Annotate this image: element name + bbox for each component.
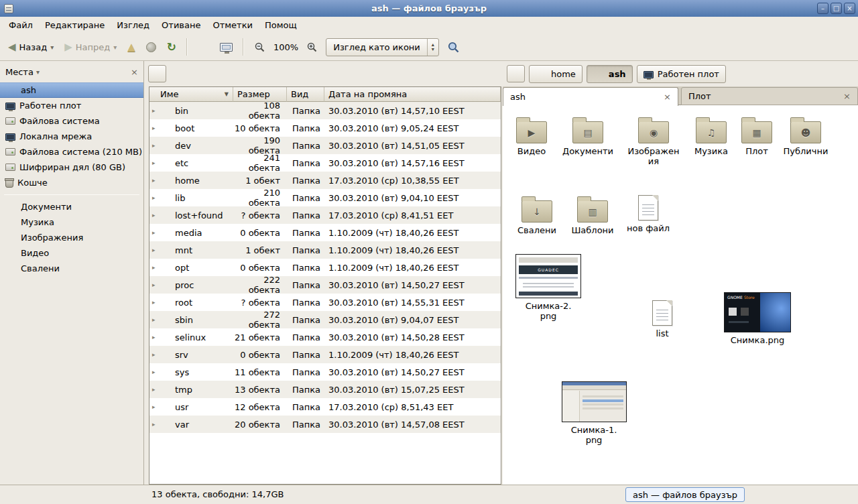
tab-ash[interactable]: ash ×: [503, 87, 678, 106]
expander-icon[interactable]: ▸: [152, 229, 158, 236]
sidebar-item-desktop[interactable]: Работен плот: [0, 98, 143, 113]
table-row-root[interactable]: ▸root ? обекта Папка 30.03.2010 (вт) 14,…: [149, 294, 501, 311]
table-row-media[interactable]: ▸media 0 обекта Папка 1.10.2009 (чт) 18,…: [149, 224, 501, 241]
expander-icon[interactable]: ▸: [152, 194, 158, 201]
sidebar-item-video[interactable]: Видео: [0, 245, 143, 261]
menu-bookmarks[interactable]: Отметки: [206, 17, 258, 34]
tab-plot[interactable]: Плот ×: [681, 87, 858, 105]
icon-downloads-folder[interactable]: ↓ Свалени: [509, 194, 565, 235]
column-header-type[interactable]: Вид: [287, 87, 324, 102]
table-row-bin[interactable]: ▸bin 108 обекта Папка 30.03.2010 (вт) 14…: [149, 102, 501, 119]
table-row-etc[interactable]: ▸etc 241 обекта Папка 30.03.2010 (вт) 14…: [149, 154, 501, 172]
menu-edit[interactable]: Редактиране: [39, 17, 111, 34]
expander-icon[interactable]: ▸: [152, 421, 158, 428]
expander-icon[interactable]: ▸: [152, 316, 158, 323]
table-row-usr[interactable]: ▸usr 12 обекта Папка 17.03.2010 (ср) 8,5…: [149, 398, 501, 416]
stop-button[interactable]: [143, 40, 159, 54]
zoom-out-button[interactable]: [251, 40, 268, 55]
icon-snimka-png[interactable]: GNOME Store Снимка.png: [720, 292, 795, 345]
sidebar-item-documents[interactable]: Документи: [0, 199, 143, 214]
expander-icon[interactable]: ▸: [152, 142, 158, 149]
expander-icon[interactable]: ▸: [152, 334, 158, 340]
sidebar-item-downloads[interactable]: Свалени: [0, 261, 143, 276]
menu-view[interactable]: Изглед: [111, 17, 156, 34]
expander-icon[interactable]: ▸: [152, 403, 158, 410]
icon-public-folder[interactable]: ☻ Публични: [778, 115, 834, 156]
menu-file[interactable]: Файл: [3, 17, 39, 34]
view-mode-select[interactable]: Изглед като икони ▴ ▾: [326, 38, 439, 56]
menu-go[interactable]: Отиване: [156, 17, 206, 34]
table-row-proc[interactable]: ▸proc 222 обекта Папка 30.03.2010 (вт) 1…: [149, 276, 501, 294]
sidebar-item-trash[interactable]: Кошче: [0, 175, 143, 190]
breadcrumb-ash[interactable]: ash: [587, 65, 633, 83]
taskbar-window-button[interactable]: ash — файлов браузър: [625, 487, 745, 502]
expander-icon[interactable]: ▸: [152, 351, 158, 358]
computer-button[interactable]: [217, 41, 235, 54]
expander-icon[interactable]: ▸: [152, 212, 158, 218]
column-header-size[interactable]: Размер: [233, 87, 287, 102]
search-button[interactable]: [444, 39, 463, 56]
expander-icon[interactable]: ▸: [152, 247, 158, 253]
sidebar-item-ash[interactable]: ash: [0, 82, 143, 98]
expander-icon[interactable]: ▸: [152, 264, 158, 271]
expander-icon[interactable]: ▸: [152, 299, 158, 306]
table-row-tmp[interactable]: ▸tmp 13 обекта Папка 30.03.2010 (вт) 15,…: [149, 381, 501, 398]
expander-icon[interactable]: ▸: [152, 386, 158, 393]
close-button[interactable]: ×: [844, 3, 855, 14]
tab-close-icon[interactable]: ×: [843, 91, 851, 101]
icon-templates-folder[interactable]: ▥ Шаблони: [564, 194, 621, 235]
sidebar-item-filesystem[interactable]: Файлова система: [0, 113, 143, 129]
zoom-in-button[interactable]: [304, 40, 320, 55]
table-row-srv[interactable]: ▸srv 0 обекта Папка 1.10.2009 (чт) 18,40…: [149, 346, 501, 363]
table-row-dev[interactable]: ▸dev 190 обекта Папка 30.03.2010 (вт) 14…: [149, 137, 501, 154]
back-button[interactable]: ◀ Назад ▾: [5, 39, 56, 55]
table-row-sbin[interactable]: ▸sbin 272 обекта Папка 30.03.2010 (вт) 9…: [149, 311, 501, 328]
sidebar-item-network[interactable]: Локална мрежа: [0, 129, 143, 144]
table-row-opt[interactable]: ▸opt 0 обекта Папка 1.10.2009 (чт) 18,40…: [149, 259, 501, 276]
table-row-lib[interactable]: ▸lib 210 обекта Папка 30.03.2010 (вт) 9,…: [149, 189, 501, 206]
reload-button[interactable]: ↻: [164, 38, 179, 56]
icon-list-file[interactable]: list: [634, 300, 690, 338]
breadcrumb-desktop[interactable]: Работен плот: [637, 65, 726, 83]
expander-icon[interactable]: ▸: [152, 281, 158, 288]
icon-pictures-folder[interactable]: ◉ Изображения: [625, 115, 682, 166]
icon-new-file[interactable]: нов файл: [620, 195, 676, 233]
sidebar-item-encrypted-80gb[interactable]: Шифриран дял (80 GB): [0, 160, 143, 175]
table-row-selinux[interactable]: ▸selinux 21 обекта Папка 30.03.2010 (вт)…: [149, 328, 501, 346]
home-button[interactable]: [195, 40, 212, 54]
sidebar-item-volume-210mb[interactable]: Файлова система (210 MB): [0, 144, 143, 160]
table-row-home[interactable]: ▸home 1 обект Папка 17.03.2010 (ср) 10,3…: [149, 172, 501, 189]
sidebar-item-music[interactable]: Музика: [0, 214, 143, 230]
icon-desktop-folder[interactable]: ▦ Плот: [729, 115, 785, 156]
tab-close-icon[interactable]: ×: [664, 92, 671, 102]
icon-video-folder[interactable]: ▶ Видео: [503, 115, 560, 156]
titlebar[interactable]: ash — файлов браузър – □ ×: [0, 0, 858, 17]
table-row-boot[interactable]: ▸boot 10 обекта Папка 30.03.2010 (вт) 9,…: [149, 119, 501, 137]
expander-icon[interactable]: ▸: [152, 177, 158, 184]
icon-snimka-2-png[interactable]: GUADEC Снимка-2.png: [511, 254, 586, 321]
column-header-date[interactable]: Дата на промяна: [324, 87, 501, 102]
expander-icon[interactable]: ▸: [152, 125, 158, 131]
breadcrumb-home[interactable]: home: [529, 65, 583, 83]
expander-icon[interactable]: ▸: [152, 107, 158, 114]
minimize-button[interactable]: –: [817, 3, 829, 14]
pane-location-button[interactable]: [507, 65, 525, 82]
sidebar-close-icon[interactable]: ×: [131, 67, 138, 77]
table-row-lost-found[interactable]: ▸lost+found ? обекта Папка 17.03.2010 (с…: [149, 206, 501, 224]
menu-help[interactable]: Помощ: [259, 17, 303, 34]
view-mode-spinner-icon[interactable]: ▴ ▾: [428, 42, 438, 52]
pane-location-button[interactable]: [148, 65, 166, 82]
back-dropdown-icon[interactable]: ▾: [50, 44, 54, 51]
sidebar-mode-dropdown-icon[interactable]: ▾: [36, 68, 40, 76]
table-row-mnt[interactable]: ▸mnt 1 обект Папка 1.10.2009 (чт) 18,40,…: [149, 241, 501, 259]
up-button[interactable]: ▲: [125, 39, 138, 55]
expander-icon[interactable]: ▸: [152, 369, 158, 375]
table-row-sys[interactable]: ▸sys 11 обекта Папка 30.03.2010 (вт) 14,…: [149, 363, 501, 381]
column-header-name[interactable]: Име ▼: [149, 87, 233, 102]
expander-icon[interactable]: ▸: [152, 160, 158, 166]
forward-button[interactable]: ▶ Напред ▾: [62, 39, 119, 55]
maximize-button[interactable]: □: [831, 3, 842, 14]
table-row-var[interactable]: ▸var 20 обекта Папка 30.03.2010 (вт) 14,…: [149, 416, 501, 433]
icon-documents-folder[interactable]: ▤ Документи: [560, 115, 616, 156]
icon-snimka-1-png[interactable]: Снимка-1.png: [556, 381, 631, 445]
